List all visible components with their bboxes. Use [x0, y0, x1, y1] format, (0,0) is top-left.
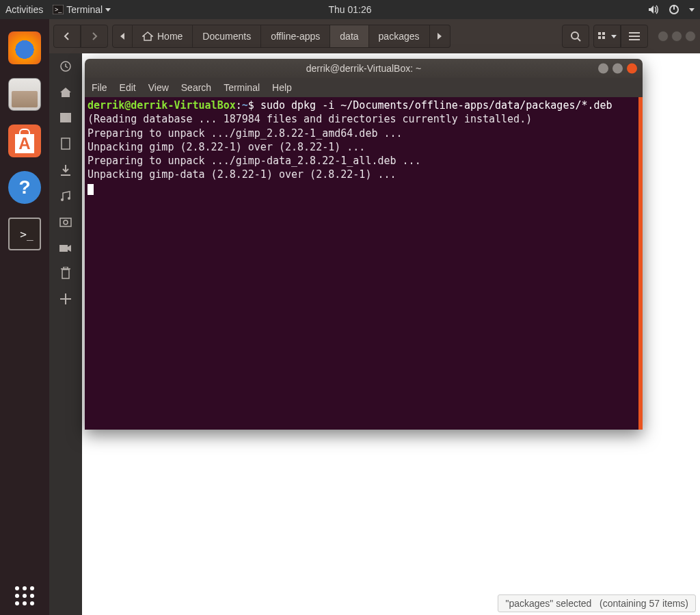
chevron-right-icon — [90, 31, 99, 41]
maximize-button[interactable] — [671, 31, 682, 42]
music-icon[interactable] — [59, 191, 72, 205]
minimize-button[interactable] — [598, 64, 608, 74]
launcher-files[interactable] — [8, 78, 41, 111]
svg-point-4 — [571, 32, 578, 39]
menu-icon — [629, 32, 640, 40]
home-icon — [142, 31, 153, 41]
clock[interactable]: Thu 01:26 — [328, 4, 371, 15]
svg-rect-23 — [64, 267, 68, 269]
path-seg-offline-apps[interactable]: offline-apps — [261, 25, 330, 48]
menu-help[interactable]: Help — [272, 82, 292, 93]
hamburger-menu-button[interactable] — [621, 25, 648, 48]
documents-icon[interactable] — [61, 138, 70, 153]
minimize-button[interactable] — [658, 31, 669, 42]
path-next-button[interactable] — [430, 25, 450, 48]
menu-edit[interactable]: Edit — [120, 82, 136, 93]
videos-icon[interactable] — [59, 241, 72, 256]
terminal-title: derrik@derrik-VirtualBox: ~ — [306, 63, 421, 74]
terminal-output-line: (Reading database ... 187984 files and d… — [88, 113, 532, 125]
show-applications-button[interactable] — [15, 586, 34, 605]
path-seg-documents[interactable]: Documents — [193, 25, 261, 48]
other-locations-icon[interactable] — [60, 293, 71, 308]
svg-point-17 — [68, 197, 70, 200]
window-controls — [598, 64, 637, 74]
svg-text:>_: >_ — [55, 6, 62, 13]
activities-button[interactable]: Activities — [5, 4, 43, 15]
close-button[interactable] — [627, 64, 637, 74]
svg-rect-18 — [60, 218, 71, 226]
desktop-icon[interactable] — [59, 112, 72, 127]
terminal-output-line: Unpacking gimp (2.8.22-1) over (2.8.22-1… — [88, 141, 365, 153]
view-grid-button[interactable] — [593, 25, 621, 48]
triangle-right-icon — [437, 33, 442, 40]
trash-icon[interactable] — [61, 267, 70, 283]
pictures-icon[interactable] — [59, 216, 72, 231]
terminal-command: sudo dpkg -i ~/Documents/offline-apps/da… — [260, 99, 612, 112]
path-home-label: Home — [157, 31, 183, 42]
launcher-terminal[interactable]: >_ — [8, 218, 41, 250]
terminal-body[interactable]: derrik@derrik-VirtualBox:~$ sudo dpkg -i… — [85, 97, 643, 430]
prompt-userhost: derrik@derrik-VirtualBox — [88, 99, 236, 112]
svg-point-19 — [64, 220, 68, 224]
appmenu-label: Terminal — [66, 4, 103, 15]
path-seg-data[interactable]: data — [330, 25, 368, 48]
status-selection: "packages" selected — [505, 598, 591, 609]
terminal-output-line: Preparing to unpack .../gimp-data_2.8.22… — [88, 155, 421, 167]
home-icon[interactable] — [59, 87, 72, 101]
path-seg-packages[interactable]: packages — [369, 25, 430, 48]
prompt-path: ~ — [242, 99, 248, 112]
close-button[interactable] — [685, 31, 696, 42]
nav-forward-button[interactable] — [81, 25, 108, 48]
svg-point-16 — [61, 198, 64, 201]
chevron-down-icon — [611, 35, 617, 38]
launcher-help[interactable]: ? — [8, 171, 41, 204]
volume-icon[interactable] — [648, 4, 659, 15]
gnome-topbar: Activities >_ Terminal Thu 01:26 — [0, 0, 700, 19]
svg-rect-21 — [62, 270, 69, 278]
path-prev-button[interactable] — [112, 25, 133, 48]
svg-line-5 — [578, 38, 580, 41]
status-bar: "packages" selected (containing 57 items… — [498, 594, 696, 612]
files-sidebar — [49, 53, 82, 615]
recent-icon[interactable] — [59, 60, 72, 76]
search-button[interactable] — [562, 25, 589, 48]
nav-back-button[interactable] — [53, 25, 81, 48]
svg-rect-7 — [602, 32, 605, 35]
terminal-titlebar[interactable]: derrik@derrik-VirtualBox: ~ — [85, 59, 643, 78]
menu-file[interactable]: File — [92, 82, 107, 93]
launcher-firefox[interactable] — [8, 31, 41, 64]
chevron-down-icon[interactable] — [689, 8, 695, 12]
terminal-menubar: File Edit View Search Terminal Help — [85, 78, 643, 97]
search-icon — [570, 31, 581, 42]
prompt-dollar: $ — [248, 99, 254, 112]
prompt-sep: : — [236, 99, 242, 112]
terminal-output-line: Preparing to unpack .../gimp_2.8.22-1_am… — [88, 127, 403, 140]
terminal-glyph: >_ — [20, 228, 33, 241]
launcher-software[interactable] — [8, 125, 41, 157]
terminal-cursor — [88, 184, 94, 195]
svg-rect-20 — [59, 245, 68, 252]
downloads-icon[interactable] — [60, 164, 71, 180]
path-home[interactable]: Home — [133, 25, 193, 48]
maximize-button[interactable] — [612, 64, 623, 74]
power-icon[interactable] — [669, 4, 679, 15]
terminal-output-line: Unpacking gimp-data (2.8.22-1) over (2.8… — [88, 168, 396, 181]
chevron-left-icon — [62, 31, 72, 41]
files-toolbar: Home Documents offline-apps data package… — [49, 19, 700, 53]
menu-search[interactable]: Search — [181, 82, 211, 93]
svg-rect-8 — [598, 36, 601, 39]
svg-rect-6 — [598, 32, 601, 35]
status-count: (containing 57 items) — [600, 598, 688, 609]
triangle-left-icon — [120, 33, 125, 40]
breadcrumb: Home Documents offline-apps data package… — [112, 25, 450, 48]
svg-rect-9 — [602, 36, 605, 39]
svg-rect-15 — [62, 138, 70, 149]
terminal-window: derrik@derrik-VirtualBox: ~ File Edit Vi… — [85, 59, 643, 430]
launcher-dock: ? >_ — [0, 19, 49, 615]
svg-rect-14 — [60, 113, 71, 122]
menu-view[interactable]: View — [148, 82, 169, 93]
window-controls — [658, 31, 696, 42]
grid-icon — [598, 32, 609, 40]
menu-terminal[interactable]: Terminal — [224, 82, 260, 93]
appmenu-button[interactable]: >_ Terminal — [53, 4, 111, 15]
